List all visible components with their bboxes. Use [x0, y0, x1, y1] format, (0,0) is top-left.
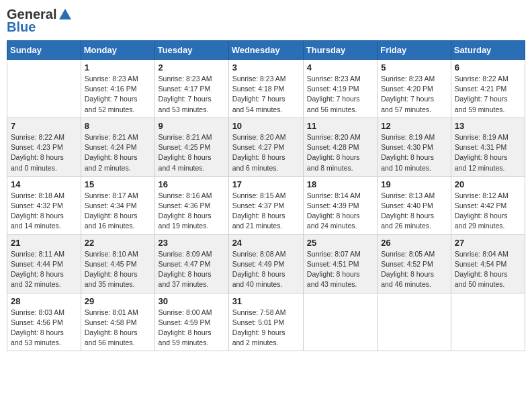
calendar-cell: 20Sunrise: 8:12 AMSunset: 4:42 PMDayligh… [451, 176, 525, 234]
cell-info: Sunrise: 8:01 AMSunset: 4:58 PMDaylight:… [85, 308, 151, 349]
day-number: 5 [381, 62, 447, 73]
day-number: 9 [159, 121, 225, 131]
calendar-cell: 3Sunrise: 8:23 AMSunset: 4:18 PMDaylight… [228, 60, 303, 118]
day-number: 16 [159, 179, 225, 189]
calendar-cell: 13Sunrise: 8:19 AMSunset: 4:31 PMDayligh… [451, 118, 525, 176]
cell-info: Sunrise: 8:08 AMSunset: 4:49 PMDaylight:… [232, 249, 300, 290]
day-of-week-header: Wednesday [228, 41, 303, 60]
calendar-cell [303, 293, 377, 351]
page-header: General Blue [7, 7, 525, 35]
cell-info: Sunrise: 8:14 AMSunset: 4:39 PMDaylight:… [307, 191, 373, 232]
day-number: 28 [11, 296, 77, 306]
day-number: 7 [11, 121, 77, 131]
calendar-cell: 18Sunrise: 8:14 AMSunset: 4:39 PMDayligh… [303, 176, 377, 234]
cell-info: Sunrise: 8:20 AMSunset: 4:27 PMDaylight:… [232, 132, 300, 173]
cell-info: Sunrise: 8:05 AMSunset: 4:52 PMDaylight:… [381, 249, 447, 290]
calendar-cell: 10Sunrise: 8:20 AMSunset: 4:27 PMDayligh… [228, 118, 303, 176]
day-number: 15 [85, 179, 151, 189]
calendar-cell: 6Sunrise: 8:22 AMSunset: 4:21 PMDaylight… [451, 60, 525, 118]
day-of-week-header: Saturday [451, 41, 525, 60]
day-of-week-header: Sunday [7, 41, 81, 60]
calendar-cell: 23Sunrise: 8:09 AMSunset: 4:47 PMDayligh… [154, 234, 228, 293]
cell-info: Sunrise: 8:23 AMSunset: 4:20 PMDaylight:… [381, 74, 447, 115]
day-number: 10 [232, 121, 300, 131]
day-number: 20 [455, 179, 521, 189]
calendar-cell: 11Sunrise: 8:20 AMSunset: 4:28 PMDayligh… [303, 118, 377, 176]
svg-marker-0 [59, 9, 71, 19]
day-number: 23 [159, 238, 225, 248]
day-number: 24 [232, 238, 300, 248]
day-number: 6 [455, 62, 521, 73]
cell-info: Sunrise: 8:10 AMSunset: 4:45 PMDaylight:… [85, 249, 151, 290]
day-number: 17 [232, 179, 300, 189]
calendar-cell: 24Sunrise: 8:08 AMSunset: 4:49 PMDayligh… [228, 234, 303, 293]
day-number: 13 [455, 121, 521, 131]
cell-info: Sunrise: 8:23 AMSunset: 4:17 PMDaylight:… [159, 74, 225, 115]
day-number: 18 [307, 179, 373, 189]
calendar-cell: 16Sunrise: 8:16 AMSunset: 4:36 PMDayligh… [154, 176, 228, 234]
calendar-cell: 26Sunrise: 8:05 AMSunset: 4:52 PMDayligh… [378, 234, 451, 293]
calendar-cell: 17Sunrise: 8:15 AMSunset: 4:37 PMDayligh… [228, 176, 303, 234]
cell-info: Sunrise: 8:17 AMSunset: 4:34 PMDaylight:… [85, 191, 151, 232]
calendar-cell [451, 293, 525, 351]
calendar-cell: 7Sunrise: 8:22 AMSunset: 4:23 PMDaylight… [7, 118, 81, 176]
calendar-cell [7, 60, 81, 118]
calendar-cell: 12Sunrise: 8:19 AMSunset: 4:30 PMDayligh… [378, 118, 451, 176]
day-number: 30 [159, 296, 225, 306]
cell-info: Sunrise: 8:03 AMSunset: 4:56 PMDaylight:… [11, 308, 77, 349]
calendar-table: SundayMondayTuesdayWednesdayThursdayFrid… [7, 40, 525, 351]
calendar-cell: 28Sunrise: 8:03 AMSunset: 4:56 PMDayligh… [7, 293, 81, 351]
calendar-cell: 22Sunrise: 8:10 AMSunset: 4:45 PMDayligh… [81, 234, 154, 293]
calendar-cell: 30Sunrise: 8:00 AMSunset: 4:59 PMDayligh… [154, 293, 228, 351]
day-number: 22 [85, 238, 151, 248]
cell-info: Sunrise: 8:19 AMSunset: 4:30 PMDaylight:… [381, 132, 447, 173]
cell-info: Sunrise: 8:16 AMSunset: 4:36 PMDaylight:… [159, 191, 225, 232]
day-number: 1 [85, 62, 151, 73]
day-number: 31 [232, 296, 300, 306]
calendar-cell: 14Sunrise: 8:18 AMSunset: 4:32 PMDayligh… [7, 176, 81, 234]
day-of-week-header: Thursday [303, 41, 377, 60]
calendar-cell [378, 293, 451, 351]
cell-info: Sunrise: 8:12 AMSunset: 4:42 PMDaylight:… [455, 191, 521, 232]
cell-info: Sunrise: 7:58 AMSunset: 5:01 PMDaylight:… [232, 308, 300, 349]
cell-info: Sunrise: 8:00 AMSunset: 4:59 PMDaylight:… [159, 308, 225, 349]
day-of-week-header: Monday [81, 41, 154, 60]
day-number: 19 [381, 179, 447, 189]
day-of-week-header: Friday [378, 41, 451, 60]
calendar-cell: 19Sunrise: 8:13 AMSunset: 4:40 PMDayligh… [378, 176, 451, 234]
logo-icon [58, 7, 73, 22]
calendar-cell: 25Sunrise: 8:07 AMSunset: 4:51 PMDayligh… [303, 234, 377, 293]
day-number: 12 [381, 121, 447, 131]
cell-info: Sunrise: 8:11 AMSunset: 4:44 PMDaylight:… [11, 249, 77, 290]
cell-info: Sunrise: 8:23 AMSunset: 4:18 PMDaylight:… [232, 74, 300, 115]
day-number: 27 [455, 238, 521, 248]
calendar-cell: 2Sunrise: 8:23 AMSunset: 4:17 PMDaylight… [154, 60, 228, 118]
day-number: 14 [11, 179, 77, 189]
day-of-week-header: Tuesday [154, 41, 228, 60]
logo: General Blue [7, 7, 73, 35]
day-number: 2 [159, 62, 225, 73]
logo-blue: Blue [7, 19, 36, 35]
calendar-cell: 21Sunrise: 8:11 AMSunset: 4:44 PMDayligh… [7, 234, 81, 293]
calendar-cell: 29Sunrise: 8:01 AMSunset: 4:58 PMDayligh… [81, 293, 154, 351]
cell-info: Sunrise: 8:04 AMSunset: 4:54 PMDaylight:… [455, 249, 521, 290]
cell-info: Sunrise: 8:21 AMSunset: 4:25 PMDaylight:… [159, 132, 225, 173]
calendar-cell: 15Sunrise: 8:17 AMSunset: 4:34 PMDayligh… [81, 176, 154, 234]
calendar-cell: 4Sunrise: 8:23 AMSunset: 4:19 PMDaylight… [303, 60, 377, 118]
cell-info: Sunrise: 8:15 AMSunset: 4:37 PMDaylight:… [232, 191, 300, 232]
cell-info: Sunrise: 8:22 AMSunset: 4:21 PMDaylight:… [455, 74, 521, 115]
cell-info: Sunrise: 8:22 AMSunset: 4:23 PMDaylight:… [11, 132, 77, 173]
day-number: 26 [381, 238, 447, 248]
cell-info: Sunrise: 8:13 AMSunset: 4:40 PMDaylight:… [381, 191, 447, 232]
day-number: 29 [85, 296, 151, 306]
day-number: 25 [307, 238, 373, 248]
day-number: 11 [307, 121, 373, 131]
cell-info: Sunrise: 8:18 AMSunset: 4:32 PMDaylight:… [11, 191, 77, 232]
calendar-cell: 31Sunrise: 7:58 AMSunset: 5:01 PMDayligh… [228, 293, 303, 351]
calendar-cell: 9Sunrise: 8:21 AMSunset: 4:25 PMDaylight… [154, 118, 228, 176]
cell-info: Sunrise: 8:21 AMSunset: 4:24 PMDaylight:… [85, 132, 151, 173]
cell-info: Sunrise: 8:07 AMSunset: 4:51 PMDaylight:… [307, 249, 373, 290]
day-number: 8 [85, 121, 151, 131]
calendar-cell: 27Sunrise: 8:04 AMSunset: 4:54 PMDayligh… [451, 234, 525, 293]
cell-info: Sunrise: 8:20 AMSunset: 4:28 PMDaylight:… [307, 132, 373, 173]
